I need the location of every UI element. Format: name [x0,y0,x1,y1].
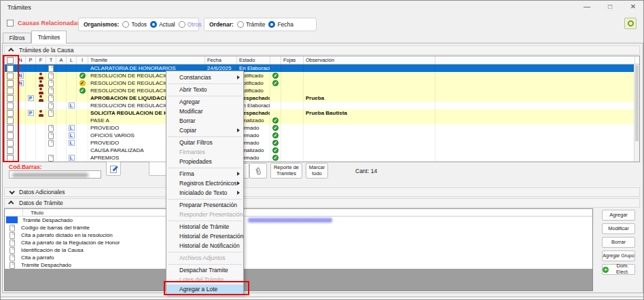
i-cell [77,154,88,162]
row-checkbox[interactable] [7,95,14,102]
radio-icon[interactable] [122,21,129,28]
row-checkbox[interactable] [7,65,14,72]
close-icon[interactable]: ✕ [628,3,638,10]
vertical-scrollbar[interactable] [634,64,639,162]
list-item[interactable]: Cita a párrafo dictado en la resolución [5,231,592,239]
observacion-cell: Prueba [304,94,435,102]
menu-item-firma[interactable]: Firma [166,169,243,179]
l-cell [67,147,77,154]
table-row[interactable]: N✓RESOLUCION DE REGULACION DE HONORARIOS… [5,79,639,87]
menu-item-historial-de-notificaci-n[interactable]: Historial de Notificación [166,241,243,250]
list-item[interactable]: Codigo de barras del trámite [5,224,592,231]
table-row[interactable]: LAPREMIOSFirmado✓ [5,154,639,162]
menu-item-quitar-filtros[interactable]: Quitar Filtros [166,138,243,147]
maximize-icon[interactable]: □ [605,3,615,10]
section-title: Datos de Trámite [19,200,63,206]
menu-item-inicialado-de-texto[interactable]: Inicialado de Texto [166,188,243,198]
menu-item-copiar[interactable]: Copiar [166,126,243,135]
fojas-cell [281,109,304,117]
row-checkbox[interactable] [7,140,14,147]
menu-item-agregar[interactable]: Agregar [166,97,243,107]
row-checkbox[interactable] [7,73,14,79]
green-tool-button[interactable] [624,18,637,29]
menu-item-historial-de-presentaci-n[interactable]: Historial de Presentación [166,231,243,241]
table-row[interactable]: PAPROBACION DE LIQUIDACIONDespachadoPrue… [5,94,639,102]
marcar-todo-button[interactable]: Marcar todo [306,163,328,179]
menu-item-preparar-presentaci-n[interactable]: Preparar Presentación [166,200,243,210]
menu-item-despachar-tramite[interactable]: Despachar Tramite [166,265,243,275]
radio-icon[interactable] [268,21,275,28]
row-checkbox[interactable] [7,125,14,132]
list-item[interactable]: Cita a párrafo de la Regulación de Honor [5,239,592,246]
list-item[interactable]: Identificación de la Causa [5,246,592,254]
menu-separator [168,221,242,221]
tab-tramites[interactable]: Trámites [31,31,67,43]
attachments-button[interactable] [249,163,267,179]
list-item[interactable]: Trámite Despachado [5,261,592,269]
radio-option-todos[interactable]: Todos [122,21,147,28]
row-checkbox[interactable] [7,132,14,139]
column-header-observación: Observación [304,56,435,64]
row-checkbox[interactable] [7,117,14,124]
agregar-grupo-button[interactable]: Agregar Grupo [602,250,635,261]
radio-option-fecha[interactable]: Fecha [268,21,293,28]
row-checkbox[interactable] [7,102,14,109]
radio-icon[interactable] [237,21,244,28]
n-cell [16,124,26,132]
row-checkbox[interactable] [7,88,14,94]
table-row[interactable]: ✓RESOLUCION DE REGULACION DE HONORARIOSN… [5,87,639,94]
menu-item-historial-de-tr-mite[interactable]: Historial de Trámite [166,222,243,231]
table-row[interactable]: LOFICIOS VARIOSFirmado✓ [5,132,639,139]
table-row[interactable]: CAUSA PARALIZADAFinalizado✓ [5,147,639,154]
modificar-button[interactable]: Modificar [602,223,635,234]
radio-option-tramite[interactable]: Trámite [237,21,266,28]
dom-elect-button[interactable]: + Dom. Elect. [602,264,635,275]
reporte-tramites-button[interactable]: Reporte de Trámites [270,163,302,179]
table-row[interactable]: LPROVEIDOFirmado✓ [5,139,639,147]
table-row[interactable]: ACLARATORIA DE HONORARIOS24/6/2025En Ela… [5,64,639,72]
row-checkbox[interactable] [7,80,14,87]
cod-barras-input[interactable] [9,170,101,179]
p-cell: P [26,109,36,117]
table-row[interactable]: LPROVEIDOFirmado✓ [5,124,639,132]
menu-separator [168,136,242,137]
menu-item-modificar[interactable]: Modificar [166,107,243,116]
scrollbar-thumb[interactable] [635,65,639,141]
radio-icon[interactable] [150,21,157,28]
minimize-icon[interactable]: — [582,3,592,10]
menu-item-registros-electr-nicos[interactable]: Registros Electrónicos [166,179,243,188]
header-checkbox[interactable] [7,57,14,64]
list-item[interactable]: Trámite Despachado [5,217,592,224]
tab-filtros[interactable]: Filtros [3,33,31,43]
agregar-button[interactable]: Agregar [602,210,635,221]
edit-button[interactable] [106,162,121,176]
list-item[interactable]: Cita a párrafo [5,254,592,261]
menu-item-borrar[interactable]: Borrar [166,116,243,126]
row-checkbox[interactable] [7,155,14,162]
organismos-groupbox: Organismos: Todos Actual Otros [78,18,199,31]
borrar-button[interactable]: Borrar [602,237,635,248]
causas-relacionadas-checkbox[interactable] [7,20,14,26]
menu-item-propiedades[interactable]: Propiedades [166,157,243,166]
radio-icon[interactable] [179,21,185,28]
section-header-datos-adicionales[interactable]: Datos Adicionales [4,187,640,197]
green-check-icon: ✓ [272,73,279,79]
table-row[interactable]: N✓RESOLUCION DE REGULACION DE HONORARIOS… [5,72,639,79]
redacted-link[interactable] [248,218,332,223]
radio-option-actual[interactable]: Actual [150,21,175,28]
checkbox-cell [5,154,16,162]
section-header-tramites-causa[interactable]: Trámites de la Causa [4,45,640,55]
menu-item-agregar-a-lote[interactable]: Agregar a Lote [166,284,243,294]
f-cell [36,124,46,132]
f-cell [36,117,46,124]
section-header-datos-tramite[interactable]: Datos de Trámite [4,198,640,208]
row-checkbox[interactable] [7,110,14,117]
menu-item-constancias[interactable]: Constancias [166,73,243,82]
radio-option-otros[interactable]: Otros [179,21,202,28]
table-row[interactable]: LRESOLUCION DE REGULACION DE HONORARIOSE… [5,102,639,109]
menu-item-abrir-texto[interactable]: Abrir Texto [166,85,243,94]
table-row[interactable]: PSOLICITA REGULACION DE HONORARIOSDespac… [5,109,639,117]
row-checkbox[interactable] [7,147,14,154]
table-row[interactable]: PASE AFinalizado✓ [5,117,639,124]
submenu-arrow-icon [237,75,240,79]
